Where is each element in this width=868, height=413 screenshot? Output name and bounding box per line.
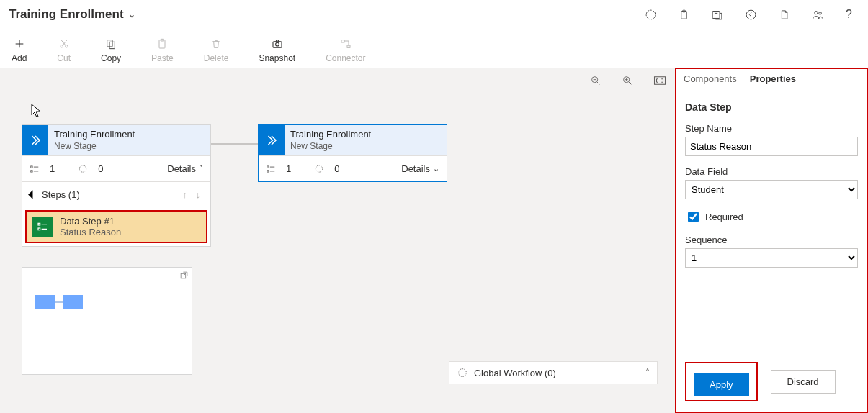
data-field-label: Data Field bbox=[685, 166, 858, 177]
workflow-icon bbox=[457, 367, 468, 378]
discard-button[interactable]: Discard bbox=[771, 370, 836, 394]
add-label: Add bbox=[12, 53, 27, 63]
copy-button[interactable]: Copy bbox=[101, 37, 121, 63]
snapshot-label: Snapshot bbox=[259, 53, 295, 63]
fit-screen-icon[interactable] bbox=[653, 76, 666, 86]
minimap[interactable] bbox=[22, 267, 192, 375]
workflow-count-icon bbox=[314, 164, 324, 174]
svg-rect-24 bbox=[38, 228, 40, 230]
sequence-select[interactable]: 1 bbox=[685, 248, 858, 268]
global-workflow-label: Global Workflow (0) bbox=[474, 368, 556, 378]
popout-icon[interactable] bbox=[179, 271, 189, 280]
connector-icon bbox=[339, 37, 352, 50]
svg-rect-26 bbox=[267, 165, 269, 167]
paste-label: Paste bbox=[151, 53, 174, 63]
steps-count-icon bbox=[30, 164, 40, 174]
stage2-details-toggle[interactable]: Details ⌄ bbox=[401, 163, 439, 174]
stage2-name: New Stage bbox=[290, 141, 371, 153]
tab-properties[interactable]: Properties bbox=[750, 73, 796, 84]
designer-canvas[interactable]: Training Enrollment New Stage 1 0 Detail… bbox=[0, 68, 675, 413]
svg-point-5 bbox=[815, 11, 818, 14]
svg-point-8 bbox=[65, 45, 67, 47]
panel-section-title: Data Step bbox=[685, 101, 858, 113]
workflow-count-icon bbox=[78, 164, 88, 174]
minimap-stage bbox=[35, 295, 55, 309]
tab-components[interactable]: Components bbox=[684, 73, 737, 84]
process-title[interactable]: Training Enrollment ⌄ bbox=[9, 7, 135, 22]
cursor-icon bbox=[30, 104, 42, 118]
svg-point-29 bbox=[459, 369, 467, 377]
global-workflow-bar[interactable]: Global Workflow (0) ˄ bbox=[449, 361, 658, 384]
stage1-entity: Training Enrollment bbox=[54, 129, 135, 141]
stage-card-1[interactable]: Training Enrollment New Stage 1 0 Detail… bbox=[22, 124, 211, 247]
sequence-label: Sequence bbox=[685, 235, 858, 245]
data-field-select[interactable]: Student bbox=[685, 180, 858, 199]
minimap-stage bbox=[63, 295, 83, 309]
svg-point-6 bbox=[819, 12, 822, 14]
svg-point-28 bbox=[316, 165, 323, 172]
steps-count-icon bbox=[266, 164, 276, 174]
svg-rect-15 bbox=[341, 40, 344, 42]
cut-icon bbox=[58, 37, 71, 50]
data-step-title: Data Step #1 bbox=[60, 216, 121, 227]
copy-icon bbox=[104, 37, 117, 50]
delete-button: Delete bbox=[204, 37, 229, 63]
connector-button: Connector bbox=[326, 37, 365, 63]
stage1-details-toggle[interactable]: Details ˄ bbox=[167, 163, 203, 174]
stage1-wf-count: 0 bbox=[98, 163, 103, 174]
paste-icon bbox=[156, 37, 169, 50]
required-checkbox[interactable] bbox=[688, 212, 699, 222]
svg-rect-3 bbox=[712, 11, 720, 18]
data-step-item[interactable]: Data Step #1 Status Reason bbox=[25, 210, 207, 243]
people-icon[interactable] bbox=[811, 9, 824, 21]
required-label: Required bbox=[705, 212, 743, 222]
zoom-out-icon[interactable] bbox=[590, 75, 601, 86]
svg-rect-21 bbox=[31, 170, 32, 171]
help-icon[interactable]: ? bbox=[846, 8, 852, 21]
step-name-label: Step Name bbox=[685, 123, 858, 134]
snapshot-button[interactable]: Snapshot bbox=[259, 37, 295, 63]
step-name-input[interactable] bbox=[685, 137, 858, 156]
stage-chevron-icon bbox=[259, 125, 285, 155]
steps-header: Steps (1) bbox=[42, 189, 80, 200]
svg-point-4 bbox=[746, 10, 756, 19]
save-as-icon[interactable] bbox=[711, 9, 723, 21]
svg-rect-27 bbox=[267, 170, 269, 171]
back-icon[interactable] bbox=[745, 9, 757, 21]
svg-point-0 bbox=[646, 10, 656, 19]
collapse-triangle-icon[interactable] bbox=[28, 190, 37, 199]
stage1-name: New Stage bbox=[54, 141, 135, 153]
svg-point-7 bbox=[61, 45, 63, 47]
data-step-icon bbox=[32, 217, 53, 237]
stage-connector bbox=[211, 143, 258, 145]
process-title-text: Training Enrollment bbox=[9, 7, 124, 22]
chevron-down-icon: ⌄ bbox=[128, 9, 135, 19]
copy-label: Copy bbox=[101, 53, 121, 63]
stage2-entity: Training Enrollment bbox=[290, 129, 371, 141]
svg-point-22 bbox=[80, 165, 86, 172]
zoom-in-icon[interactable] bbox=[622, 75, 633, 86]
connector-label: Connector bbox=[326, 53, 365, 63]
clipboard-icon[interactable] bbox=[679, 9, 689, 21]
validate-icon[interactable] bbox=[645, 9, 657, 21]
stage2-step-count: 1 bbox=[286, 163, 291, 174]
delete-label: Delete bbox=[204, 53, 229, 63]
svg-rect-20 bbox=[31, 165, 32, 167]
document-icon[interactable] bbox=[779, 9, 789, 21]
minimap-connector bbox=[55, 301, 63, 303]
camera-icon bbox=[271, 37, 284, 50]
chevron-up-icon[interactable]: ˄ bbox=[645, 368, 650, 378]
cut-button: Cut bbox=[57, 37, 71, 63]
cut-label: Cut bbox=[57, 53, 71, 63]
chevron-up-icon: ˄ bbox=[199, 164, 203, 173]
svg-point-14 bbox=[275, 42, 279, 46]
svg-rect-23 bbox=[38, 223, 40, 225]
apply-button[interactable]: Apply bbox=[694, 373, 749, 396]
properties-panel: Components Properties Data Step Step Nam… bbox=[675, 68, 868, 413]
stage-card-2[interactable]: Training Enrollment New Stage 1 0 Detail… bbox=[258, 124, 447, 182]
paste-button: Paste bbox=[151, 37, 174, 63]
plus-icon bbox=[13, 37, 26, 50]
chevron-down-icon: ⌄ bbox=[433, 164, 439, 173]
reorder-arrows: ↑ ↓ bbox=[182, 189, 203, 200]
add-button[interactable]: Add bbox=[12, 37, 27, 63]
